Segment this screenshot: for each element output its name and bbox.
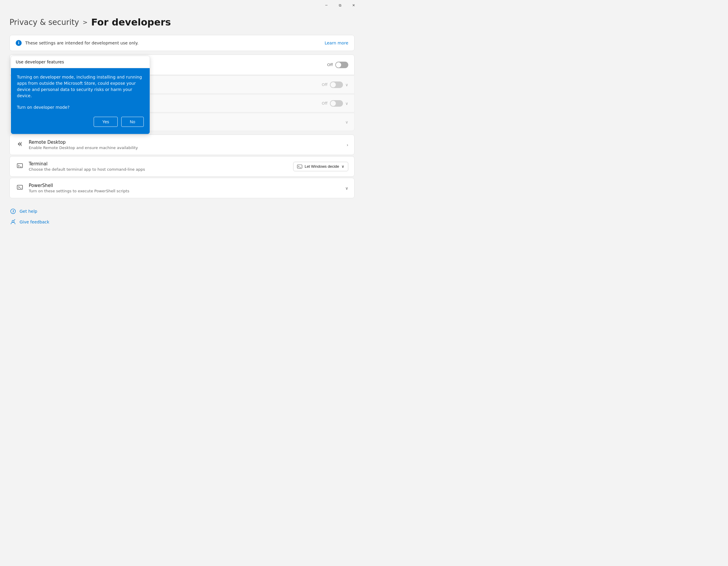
dialog-question: Turn on developer mode? [17,105,144,110]
dialog-header: Use developer features [11,56,150,68]
modal-overlay: Use developer features Turning on develo… [0,0,364,283]
developer-mode-dialog: Use developer features Turning on develo… [11,56,150,134]
dialog-no-button[interactable]: No [121,117,144,127]
dialog-yes-button[interactable]: Yes [94,117,118,127]
dialog-body: Turning on developer mode, including ins… [11,68,150,134]
dialog-buttons: Yes No [17,117,144,127]
dialog-warning-text: Turning on developer mode, including ins… [17,74,144,99]
